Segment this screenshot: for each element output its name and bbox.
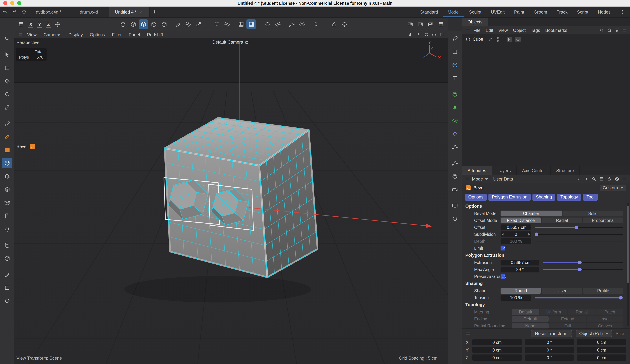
- render-pv-icon[interactable]: [416, 19, 425, 29]
- section-tab-options[interactable]: Options: [465, 193, 487, 200]
- workplane-axis-icon[interactable]: [53, 19, 62, 29]
- layout-track[interactable]: Track: [552, 6, 572, 17]
- viewport-menu-cameras[interactable]: Cameras: [44, 32, 62, 37]
- pin-icon[interactable]: [416, 32, 421, 37]
- layout-uvedit[interactable]: UVEdit: [486, 6, 509, 17]
- objects-menu-icon[interactable]: [465, 27, 470, 33]
- refresh-icon[interactable]: [424, 32, 429, 37]
- polygon-mode-icon[interactable]: [138, 19, 148, 29]
- lock-icon[interactable]: [329, 19, 339, 29]
- coordinate-mode-dropdown[interactable]: Object (Rel): [576, 330, 612, 337]
- reset-transform-button[interactable]: Reset Transform: [530, 330, 572, 337]
- option-fixed-distance[interactable]: Fixed Distance: [500, 217, 541, 223]
- attributes-menu-icon[interactable]: [465, 177, 470, 181]
- option-chamfer[interactable]: Chamfer: [500, 210, 562, 216]
- visibility-dots-icon[interactable]: [497, 37, 498, 41]
- tab-layers[interactable]: Layers: [492, 166, 516, 175]
- document-tab[interactable]: drum.c4d: [69, 6, 109, 17]
- z-rotation-field[interactable]: 0 °: [524, 355, 574, 361]
- subdivision-stepper[interactable]: 0: [500, 231, 531, 237]
- cube-primitive-icon[interactable]: [450, 60, 460, 70]
- volume-box-icon[interactable]: [2, 197, 12, 208]
- volume-builder-icon[interactable]: [450, 89, 460, 99]
- plane-icon[interactable]: [2, 282, 12, 293]
- lock-icon[interactable]: [607, 177, 612, 181]
- viewport-canvas[interactable]: Perspective Default Camera Total Polys57…: [14, 38, 448, 364]
- slash-circle-icon[interactable]: [614, 177, 619, 181]
- layout-sculpt[interactable]: Sculpt: [464, 6, 486, 17]
- axis-y-button[interactable]: Y: [35, 19, 44, 29]
- magnet-icon[interactable]: [212, 19, 222, 29]
- coordinates-menu-icon[interactable]: [466, 331, 470, 336]
- preserve-groups-checkbox[interactable]: [500, 274, 505, 279]
- clock-icon[interactable]: [432, 32, 436, 37]
- viewport-menu-redshift[interactable]: Redshift: [147, 32, 163, 37]
- bevel-tool-icon[interactable]: [2, 158, 12, 168]
- hand-icon[interactable]: [408, 32, 413, 37]
- home-icon[interactable]: [19, 6, 28, 17]
- option-round[interactable]: Round: [500, 288, 541, 294]
- x-position-field[interactable]: 0 cm: [472, 339, 522, 345]
- viewport-menu-icon[interactable]: [18, 32, 23, 37]
- extrusion-slider[interactable]: [543, 259, 624, 265]
- snap-settings-gear-icon[interactable]: [222, 19, 232, 29]
- axis-gizmo[interactable]: Y Z X: [417, 40, 442, 61]
- section-tab-tool[interactable]: Tool: [583, 193, 598, 200]
- viewport-menu-filter[interactable]: Filter: [112, 32, 122, 37]
- minimize-window-button[interactable]: [10, 1, 14, 5]
- fill-square-icon[interactable]: [2, 145, 12, 155]
- option-user[interactable]: User: [542, 288, 582, 294]
- objects-menu-tags[interactable]: Tags: [531, 28, 540, 33]
- z-size-field[interactable]: 0 cm: [577, 355, 626, 361]
- offset-field[interactable]: -0.5657 cm: [500, 224, 531, 230]
- bell-icon[interactable]: [2, 224, 12, 234]
- chevron-right-icon[interactable]: [584, 177, 588, 181]
- document-tab-active[interactable]: Untitled 4 *: [109, 6, 150, 17]
- pen-icon[interactable]: [2, 118, 12, 129]
- deformer-diamond-icon[interactable]: [450, 129, 460, 139]
- search-icon[interactable]: [592, 177, 596, 181]
- x-size-field[interactable]: 0 cm: [577, 339, 626, 345]
- frame-icon[interactable]: [599, 177, 604, 181]
- layout-model[interactable]: Model: [443, 6, 464, 17]
- voxel-cube-icon[interactable]: [2, 253, 12, 263]
- tension-slider[interactable]: [535, 295, 624, 301]
- tension-field[interactable]: 100 %: [500, 295, 531, 301]
- field-sphere-icon[interactable]: [450, 171, 460, 181]
- offset-slider[interactable]: [535, 224, 624, 230]
- section-tab-shaping[interactable]: Shaping: [532, 193, 555, 200]
- objects-menu-edit[interactable]: Edit: [486, 28, 493, 33]
- axis-z-button[interactable]: Z: [44, 19, 53, 29]
- search-icon[interactable]: [2, 33, 12, 44]
- scene-3d-cube[interactable]: [14, 38, 448, 364]
- render-settings-icon[interactable]: [426, 19, 435, 29]
- flag-icon[interactable]: [2, 210, 12, 221]
- axis-x-button[interactable]: X: [26, 19, 35, 29]
- layout-standard[interactable]: Standard: [416, 6, 443, 17]
- option-proportional[interactable]: Proportional: [583, 217, 624, 223]
- make-editable-icon[interactable]: [118, 19, 128, 29]
- tracer-spline-icon[interactable]: [450, 158, 460, 168]
- tab-attributes[interactable]: Attributes: [462, 166, 492, 175]
- scene-tree-icon[interactable]: [450, 102, 460, 112]
- attributes-scrollbar[interactable]: [627, 203, 629, 326]
- close-window-button[interactable]: [3, 1, 7, 5]
- target-icon[interactable]: [2, 296, 12, 306]
- layout-frame-icon[interactable]: [16, 19, 26, 29]
- home-icon[interactable]: [607, 28, 612, 33]
- objects-menu-file[interactable]: File: [474, 28, 480, 33]
- interactive-render-icon[interactable]: [436, 19, 446, 29]
- y-size-field[interactable]: 0 cm: [577, 347, 626, 353]
- spline-snap-icon[interactable]: [287, 19, 296, 29]
- close-tab-icon[interactable]: [140, 10, 144, 14]
- swap-arrows-icon[interactable]: [311, 19, 320, 29]
- quantize-icon[interactable]: [262, 19, 272, 29]
- z-position-field[interactable]: 0 cm: [472, 355, 522, 361]
- cylinder-icon[interactable]: [2, 240, 12, 250]
- max-angle-field[interactable]: 89 °: [500, 266, 540, 272]
- axis-scale-icon[interactable]: [194, 19, 203, 29]
- objects-menu-view[interactable]: View: [498, 28, 508, 33]
- spline-pen-icon[interactable]: [450, 33, 460, 44]
- view-label[interactable]: Perspective: [16, 40, 40, 45]
- add-tab-icon[interactable]: [150, 6, 159, 17]
